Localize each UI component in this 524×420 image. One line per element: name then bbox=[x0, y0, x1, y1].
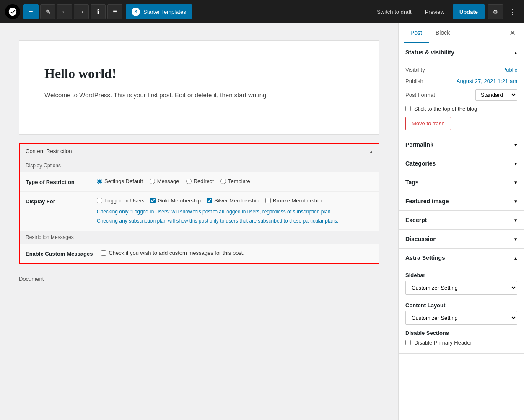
check-bronze-membership-input[interactable] bbox=[265, 198, 271, 203]
disable-sections-label: Disable Sections bbox=[405, 330, 517, 336]
visibility-row: Visibility Public bbox=[405, 67, 517, 73]
sidebar-close-button[interactable]: ✕ bbox=[506, 27, 519, 39]
radio-template-label: Template bbox=[228, 178, 250, 184]
post-title[interactable]: Hello world! bbox=[44, 66, 354, 81]
move-to-trash-button[interactable]: Move to trash bbox=[405, 117, 451, 130]
check-silver-membership-input[interactable] bbox=[207, 198, 212, 203]
restriction-messages-section: Restriction Messages bbox=[20, 231, 379, 244]
disable-primary-header-row: Disable Primary Header bbox=[405, 340, 517, 346]
excerpt-section[interactable]: Excerpt bbox=[399, 211, 524, 230]
type-of-restriction-row: Type of Restriction Settings Default Mes… bbox=[20, 172, 379, 192]
check-gold-membership[interactable]: Gold Membership bbox=[150, 197, 201, 204]
discussion-section[interactable]: Discussion bbox=[399, 230, 524, 249]
restriction-messages-label: Restriction Messages bbox=[26, 234, 74, 240]
enable-custom-messages-check[interactable]: Check if you wish to add custom messages… bbox=[101, 250, 244, 256]
post-format-row: Post Format Standard Aside Image Video Q… bbox=[405, 89, 517, 101]
display-for-row: Display For Logged In Users Gold Members… bbox=[20, 192, 379, 231]
check-logged-in-users[interactable]: Logged In Users bbox=[97, 197, 144, 204]
publish-row: Publish August 27, 2021 1:21 am bbox=[405, 78, 517, 84]
tags-title: Tags bbox=[405, 179, 419, 186]
more-options-button[interactable]: ⋮ bbox=[506, 7, 519, 16]
main-layout: Hello world! Welcome to WordPress. This … bbox=[0, 23, 524, 420]
stick-to-top-checkbox[interactable] bbox=[405, 106, 411, 111]
excerpt-header[interactable]: Excerpt bbox=[399, 211, 524, 229]
tab-block[interactable]: Block bbox=[429, 23, 457, 43]
tab-post[interactable]: Post bbox=[404, 23, 429, 43]
content-restriction-box: Content Restriction ▴ Display Options Ty… bbox=[19, 143, 379, 264]
enable-custom-messages-label: Enable Custom Messages bbox=[26, 250, 93, 257]
restriction-header: Content Restriction ▴ bbox=[20, 144, 379, 159]
categories-header[interactable]: Categories bbox=[399, 154, 524, 173]
enable-custom-messages-controls: Check if you wish to add custom messages… bbox=[101, 250, 244, 256]
check-logged-in-users-input[interactable] bbox=[97, 198, 102, 203]
categories-toggle-icon bbox=[514, 161, 517, 167]
preview-button[interactable]: Preview bbox=[420, 4, 449, 19]
disable-primary-header-label: Disable Primary Header bbox=[414, 340, 472, 346]
radio-message-label: Message bbox=[157, 178, 179, 184]
update-button[interactable]: Update bbox=[453, 4, 485, 19]
editor-area: Hello world! Welcome to WordPress. This … bbox=[0, 23, 398, 420]
enable-custom-messages-helper: Check if you wish to add custom messages… bbox=[109, 250, 244, 256]
visibility-value[interactable]: Public bbox=[503, 67, 517, 73]
pencil-button[interactable]: ✎ bbox=[40, 4, 55, 19]
radio-settings-default-input[interactable] bbox=[97, 179, 102, 184]
radio-message[interactable]: Message bbox=[150, 178, 179, 184]
featured-image-header[interactable]: Featured image bbox=[399, 192, 524, 210]
undo-button[interactable]: ← bbox=[57, 4, 72, 19]
redo-button[interactable]: → bbox=[74, 4, 89, 19]
astra-settings-header[interactable]: Astra Settings bbox=[399, 249, 524, 267]
permalink-section[interactable]: Permalink bbox=[399, 135, 524, 154]
radio-redirect-input[interactable] bbox=[186, 179, 192, 184]
discussion-toggle-icon bbox=[514, 236, 517, 242]
permalink-toggle-icon bbox=[514, 142, 517, 148]
helper-text-2: Checking any subscription plan will show… bbox=[97, 217, 338, 225]
starter-templates-button[interactable]: S Starter Templates bbox=[126, 4, 192, 19]
radio-settings-default-label: Settings Default bbox=[104, 178, 143, 184]
display-options-section: Display Options bbox=[20, 159, 379, 172]
radio-template-input[interactable] bbox=[220, 179, 226, 184]
featured-image-title: Featured image bbox=[405, 198, 449, 205]
status-visibility-section: Status & visibility Visibility Public Pu… bbox=[399, 43, 524, 135]
settings-button[interactable]: ⚙ bbox=[488, 4, 503, 19]
sidebar-tabs: Post Block ✕ bbox=[399, 23, 524, 43]
categories-section[interactable]: Categories bbox=[399, 154, 524, 173]
content-layout-dropdown[interactable]: Customizer Setting bbox=[405, 311, 517, 325]
check-bronze-membership[interactable]: Bronze Membership bbox=[265, 197, 322, 204]
post-format-select-wrapper: Standard Aside Image Video Quote Link Ga… bbox=[475, 89, 517, 101]
permalink-header[interactable]: Permalink bbox=[399, 135, 524, 154]
tags-header[interactable]: Tags bbox=[399, 173, 524, 192]
discussion-title: Discussion bbox=[405, 236, 437, 242]
post-body[interactable]: Welcome to WordPress. This is your first… bbox=[44, 90, 354, 101]
check-gold-membership-label: Gold Membership bbox=[158, 197, 201, 204]
switch-draft-button[interactable]: Switch to draft bbox=[372, 4, 416, 19]
restriction-title: Content Restriction bbox=[26, 148, 72, 154]
excerpt-toggle-icon bbox=[514, 217, 517, 223]
enable-custom-messages-input[interactable] bbox=[101, 250, 106, 256]
post-content-block[interactable]: Hello world! Welcome to WordPress. This … bbox=[19, 40, 379, 135]
radio-template[interactable]: Template bbox=[220, 178, 250, 184]
radio-message-input[interactable] bbox=[150, 179, 155, 184]
check-silver-membership[interactable]: Silver Membership bbox=[207, 197, 259, 204]
radio-settings-default[interactable]: Settings Default bbox=[97, 178, 143, 184]
restriction-radio-group: Settings Default Message Redirect T bbox=[97, 178, 250, 184]
post-format-dropdown[interactable]: Standard Aside Image Video Quote Link Ga… bbox=[475, 89, 517, 101]
discussion-header[interactable]: Discussion bbox=[399, 230, 524, 248]
tags-section[interactable]: Tags bbox=[399, 173, 524, 192]
publish-value[interactable]: August 27, 2021 1:21 am bbox=[457, 78, 517, 84]
info-button[interactable]: ℹ bbox=[91, 4, 106, 19]
toolbar-buttons: + ✎ ← → ℹ ≡ bbox=[23, 4, 122, 19]
status-visibility-toggle-icon bbox=[514, 49, 517, 56]
starter-icon: S bbox=[132, 8, 140, 16]
featured-image-section[interactable]: Featured image bbox=[399, 192, 524, 211]
restriction-toggle-button[interactable]: ▴ bbox=[370, 148, 373, 155]
menu-button[interactable]: ≡ bbox=[107, 4, 122, 19]
sidebar-select-dropdown[interactable]: Customizer Setting bbox=[405, 281, 517, 295]
check-gold-membership-input[interactable] bbox=[150, 198, 156, 203]
status-visibility-header[interactable]: Status & visibility bbox=[399, 43, 524, 62]
add-button[interactable]: + bbox=[23, 4, 39, 19]
astra-settings-section: Astra Settings Sidebar Customizer Settin… bbox=[399, 249, 524, 354]
radio-redirect[interactable]: Redirect bbox=[186, 178, 214, 184]
disable-primary-header-checkbox[interactable] bbox=[405, 340, 411, 345]
topbar: + ✎ ← → ℹ ≡ S Starter Templates Switch t… bbox=[0, 0, 524, 23]
sidebar-label: Sidebar bbox=[405, 272, 517, 278]
